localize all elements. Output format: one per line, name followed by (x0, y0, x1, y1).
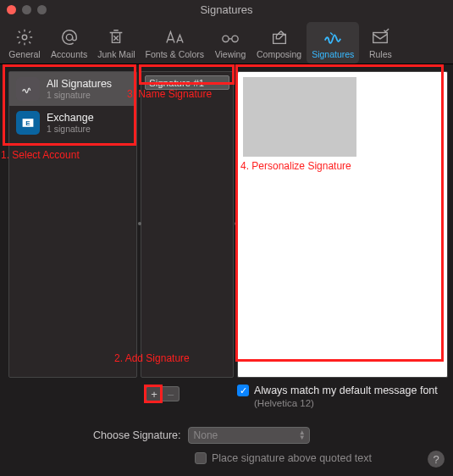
tab-fonts-colors[interactable]: Fonts & Colors (141, 22, 209, 64)
account-subtitle: 1 signature (47, 124, 94, 134)
match-font-row: ✓ Always match my default message font (237, 385, 443, 396)
tab-label: Junk Mail (97, 49, 135, 59)
glasses-icon (219, 27, 241, 47)
select-value: None (194, 429, 218, 441)
accounts-list[interactable]: All Signatures 1 signature E Exchange 1 … (8, 71, 137, 378)
account-title: All Signatures (47, 78, 112, 90)
svg-point-2 (223, 36, 229, 42)
tab-label: Rules (369, 49, 392, 59)
account-subtitle: 1 signature (47, 90, 112, 100)
main-content: All Signatures 1 signature E Exchange 1 … (0, 64, 453, 383)
place-above-row: Place signature above quoted text (10, 452, 443, 464)
question-icon: ? (433, 453, 439, 466)
svg-point-0 (22, 35, 27, 40)
tab-viewing[interactable]: Viewing (209, 22, 251, 64)
titlebar: Signatures (0, 0, 453, 19)
plus-icon: + (151, 388, 157, 401)
font-icon (164, 27, 185, 47)
help-button[interactable]: ? (428, 451, 445, 468)
svg-text:E: E (25, 119, 30, 127)
signature-name-field[interactable]: Signature #1 (145, 75, 229, 90)
tab-general[interactable]: General (3, 22, 46, 64)
remove-signature-button[interactable]: – (163, 386, 180, 401)
add-signature-button[interactable]: + (146, 386, 163, 401)
zoom-window-button[interactable] (37, 5, 47, 14)
svg-point-1 (66, 34, 72, 40)
gear-icon (15, 27, 34, 47)
tab-accounts[interactable]: Accounts (46, 22, 92, 64)
tab-label: Fonts & Colors (146, 49, 204, 59)
signature-editor[interactable] (237, 71, 448, 378)
tab-label: Signatures (312, 49, 354, 59)
place-above-checkbox[interactable] (195, 452, 207, 464)
chevron-updown-icon: ▲▼ (299, 430, 306, 440)
column-resizer[interactable] (235, 222, 238, 225)
signatures-list[interactable]: Signature #1 (141, 71, 234, 378)
tab-junk-mail[interactable]: Junk Mail (92, 22, 140, 64)
place-above-label: Place signature above quoted text (212, 452, 372, 464)
svg-rect-4 (373, 32, 388, 42)
minus-icon: – (168, 388, 174, 401)
window-controls (7, 5, 47, 14)
close-window-button[interactable] (7, 5, 16, 14)
signature-preview-image (243, 77, 356, 157)
font-note: (Helvetica 12) (254, 398, 443, 408)
choose-signature-select[interactable]: None ▲▼ (188, 427, 310, 444)
preferences-toolbar: General Accounts Junk Mail Fonts & Color… (0, 19, 453, 64)
signature-badge-icon (16, 77, 40, 101)
choose-signature-label: Choose Signature: (93, 429, 181, 441)
envelope-icon (371, 27, 389, 47)
tab-signatures[interactable]: Signatures (307, 22, 359, 64)
tab-composing[interactable]: Composing (251, 22, 307, 64)
tab-label: General (8, 49, 40, 59)
match-font-checkbox[interactable]: ✓ (237, 385, 249, 396)
column-resizer[interactable] (138, 222, 141, 225)
choose-signature-row: Choose Signature: None ▲▼ (10, 427, 443, 444)
minimize-window-button[interactable] (22, 5, 31, 14)
tab-label: Viewing (215, 49, 246, 59)
compose-icon (270, 27, 289, 47)
tab-rules[interactable]: Rules (359, 22, 401, 64)
bottom-controls: + – ✓ Always match my default message fo… (0, 383, 453, 471)
account-all-signatures[interactable]: All Signatures 1 signature (9, 72, 136, 106)
trash-icon (107, 27, 125, 47)
match-font-label: Always match my default message font (254, 385, 438, 396)
at-icon (60, 27, 79, 47)
exchange-badge-icon: E (16, 111, 40, 135)
account-title: Exchange (47, 112, 94, 124)
account-exchange[interactable]: E Exchange 1 signature (9, 106, 136, 140)
signature-icon (323, 27, 343, 47)
svg-point-3 (232, 36, 238, 42)
window-title: Signatures (0, 3, 453, 16)
tab-label: Accounts (51, 49, 87, 59)
tab-label: Composing (257, 49, 301, 59)
